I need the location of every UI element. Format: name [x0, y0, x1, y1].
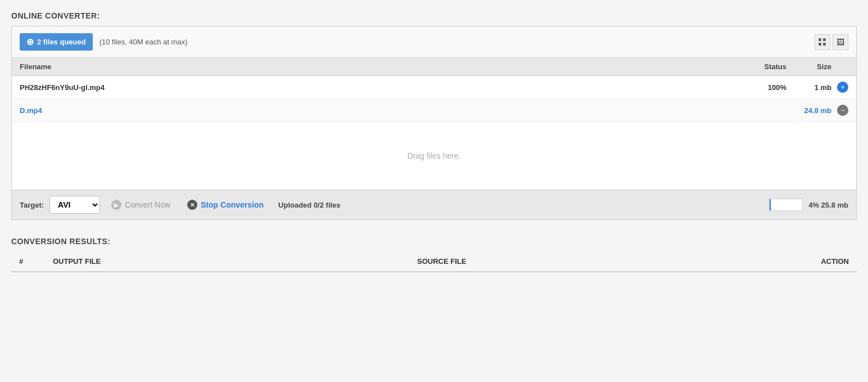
- convert-now-icon: ▶: [111, 200, 121, 210]
- file-action-2[interactable]: −: [831, 105, 848, 116]
- file-size-2: 24.8 mb: [786, 106, 831, 115]
- col-filename-header: Filename: [20, 62, 742, 71]
- convert-now-label: Convert Now: [125, 200, 170, 209]
- add-files-button[interactable]: ⊕ 2 files queued: [20, 33, 93, 51]
- col-size-header: Size: [786, 62, 831, 71]
- grid-icon: [819, 38, 826, 46]
- file-limit-info: (10 files, 40M each at max): [100, 38, 188, 46]
- image-view-button[interactable]: 🖼: [833, 34, 848, 50]
- format-select[interactable]: AVI: [49, 196, 100, 214]
- converter-panel: ⊕ 2 files queued (10 files, 40M each at …: [11, 26, 857, 220]
- upload-status: Uploaded 0/2 files: [278, 201, 341, 209]
- file-status-1: 100%: [742, 83, 786, 92]
- top-bar-left: ⊕ 2 files queued (10 files, 40M each at …: [20, 33, 188, 51]
- add-file-icon-1[interactable]: +: [837, 82, 848, 93]
- col-output-header: OUTPUT FILE: [53, 257, 417, 266]
- results-table-header: # OUTPUT FILE SOURCE FILE ACTION: [11, 251, 857, 272]
- col-action-header: ACTION: [781, 257, 849, 266]
- converter-title: ONLINE CONVERTER:: [11, 11, 857, 20]
- file-size-1: 1 mb: [786, 83, 831, 92]
- drag-drop-area[interactable]: Drag files here.: [12, 122, 856, 190]
- progress-bar-inner: [770, 199, 771, 210]
- drag-text: Drag files here.: [408, 151, 461, 160]
- grid-view-button[interactable]: [815, 34, 830, 50]
- stop-icon: ✕: [187, 200, 197, 210]
- file-table-header: Filename Status Size: [12, 58, 856, 76]
- bottom-bar: Target: AVI ▶ Convert Now ✕ Stop Convers…: [12, 190, 856, 219]
- remove-file-icon-2[interactable]: −: [837, 105, 848, 116]
- convert-now-button[interactable]: ▶ Convert Now: [106, 196, 176, 213]
- stop-label: Stop Conversion: [201, 200, 264, 209]
- col-source-header: SOURCE FILE: [417, 257, 781, 266]
- top-bar-right: 🖼: [815, 34, 848, 50]
- progress-text: 4% 25.8 mb: [808, 201, 848, 209]
- table-row: D.mp4 24.8 mb −: [12, 99, 856, 122]
- file-name-1: PH28zHF6nY9uU-gl.mp4: [20, 83, 742, 92]
- file-name-2[interactable]: D.mp4: [20, 106, 742, 115]
- results-title: CONVERSION RESULTS:: [11, 237, 857, 246]
- target-label: Target:: [20, 201, 44, 209]
- file-action-1[interactable]: +: [831, 82, 848, 93]
- results-section: CONVERSION RESULTS: # OUTPUT FILE SOURCE…: [11, 237, 857, 272]
- table-row: PH28zHF6nY9uU-gl.mp4 100% 1 mb +: [12, 76, 856, 99]
- image-icon: 🖼: [837, 38, 844, 47]
- col-num-header: #: [19, 257, 53, 266]
- top-bar: ⊕ 2 files queued (10 files, 40M each at …: [12, 26, 856, 58]
- add-files-label: 2 files queued: [37, 38, 86, 46]
- col-status-header: Status: [742, 62, 786, 71]
- progress-bar-outer: [769, 199, 803, 211]
- stop-conversion-button[interactable]: ✕ Stop Conversion: [182, 196, 269, 213]
- plus-icon: ⊕: [26, 37, 34, 47]
- progress-bar-container: 4% 25.8 mb: [346, 199, 848, 211]
